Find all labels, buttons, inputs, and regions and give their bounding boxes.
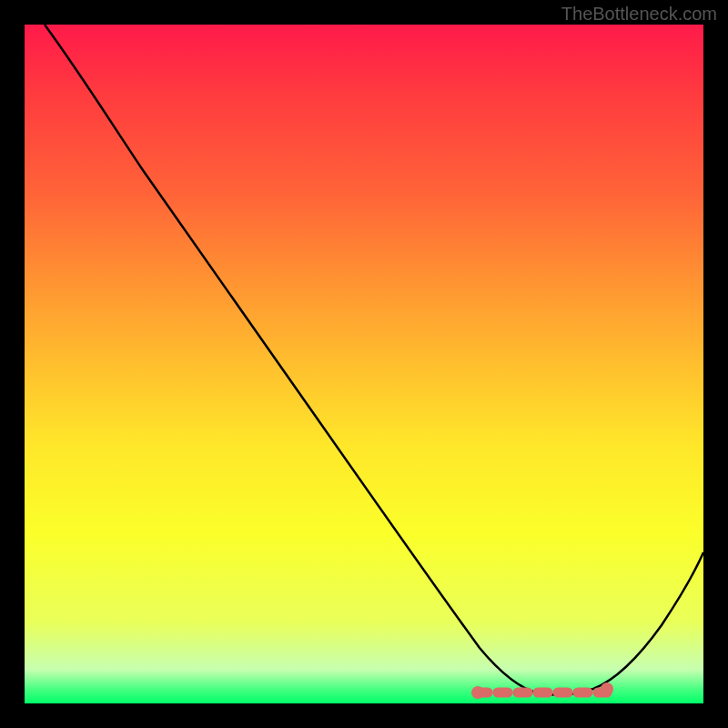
plateau-dot-left: [471, 686, 484, 699]
watermark-text: TheBottleneck.com: [561, 4, 717, 25]
bottleneck-curve-path: [45, 25, 703, 695]
plateau-dot-right: [601, 682, 613, 695]
chart-svg: [25, 25, 703, 703]
plot-area: [25, 25, 703, 703]
